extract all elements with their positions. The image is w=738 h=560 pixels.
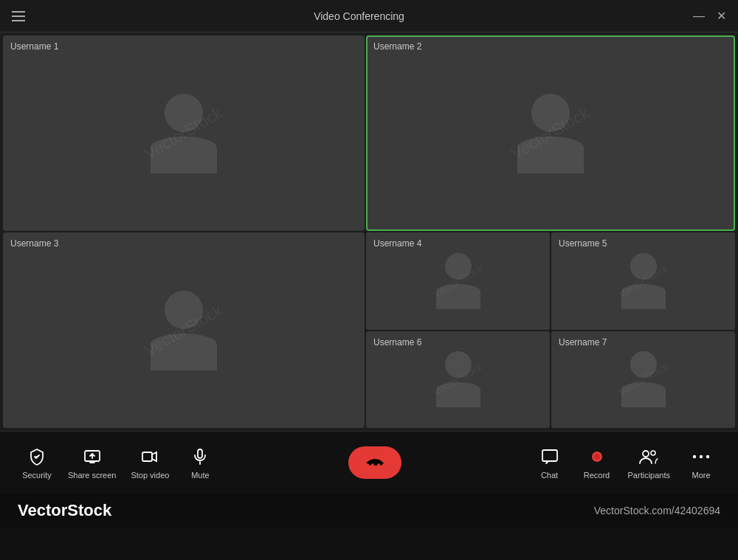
avatar-5 [621,253,666,309]
avatar-body-3 [151,333,217,370]
username-label-6: Username 6 [373,337,421,348]
participants-icon [638,446,659,467]
svg-rect-1 [142,452,152,461]
record-icon [587,446,607,467]
avatar-head-7 [630,351,657,378]
username-label-2: Username 2 [373,41,421,52]
share-screen-label: Share screen [68,471,116,480]
toolbar-left-group: Security Share screen Stop video [15,442,222,484]
brand-right: VectorStock.com/42402694 [594,505,720,516]
small-grid: Username 4 VectorStock Username 5 Vector… [366,232,735,428]
mute-button[interactable]: Mute [178,442,222,484]
avatar-head-4 [445,253,472,280]
right-column: Username 2 VectorStock Username 4 Vector… [366,35,735,428]
video-cell-user2[interactable]: Username 2 VectorStock [366,35,735,231]
chat-button[interactable]: Chat [528,442,572,484]
username-label-3: Username 3 [10,238,58,249]
stop-video-button[interactable]: Stop video [125,442,175,484]
video-cell-user6[interactable]: Username 6 VectorStock [366,331,550,429]
chat-label: Chat [541,471,558,480]
titlebar: Video Conferencing — ✕ [0,0,738,32]
username-label-5: Username 5 [559,238,607,249]
titlebar-controls: — ✕ [693,9,726,23]
svg-rect-3 [542,450,557,461]
record-button[interactable]: Record [575,442,619,484]
more-icon [691,446,711,467]
participants-button[interactable]: Participants [622,442,676,484]
left-column: Username 1 VectorStock Username 3 Vector… [3,35,365,428]
stop-video-label: Stop video [131,471,169,480]
svg-point-5 [594,454,600,460]
record-label: Record [584,471,610,480]
avatar-1 [151,94,217,173]
avatar-head-1 [165,94,203,132]
video-cell-user7[interactable]: Username 7 VectorStock [551,331,735,429]
minimize-button[interactable]: — [693,10,705,23]
avatar-head-3 [165,291,203,329]
menu-icon[interactable] [12,11,25,21]
avatar-head-5 [630,253,657,280]
stop-video-icon [139,446,160,467]
bottom-strip: VectorStock VectorStock.com/42402694 [0,494,738,528]
avatar-head-2 [531,94,570,132]
more-label: More [692,471,710,480]
end-call-button[interactable] [348,446,401,479]
svg-point-7 [651,451,655,455]
svg-point-8 [693,454,696,457]
share-screen-icon [82,446,103,467]
video-cell-user5[interactable]: Username 5 VectorStock [551,232,735,330]
avatar-body-7 [621,382,666,407]
mute-label: Mute [191,471,209,480]
video-cell-user1[interactable]: Username 1 VectorStock [3,35,365,231]
avatar-body-6 [436,382,480,407]
avatar-body-1 [151,136,217,173]
username-label-4: Username 4 [373,238,421,249]
titlebar-left [12,11,25,21]
svg-rect-2 [198,449,202,458]
avatar-body-4 [436,284,480,309]
username-label-1: Username 1 [10,41,58,52]
video-grid: Username 1 VectorStock Username 3 Vector… [0,32,738,431]
svg-point-9 [700,454,703,457]
svg-point-6 [643,451,649,457]
participants-label: Participants [628,471,670,480]
chat-icon [539,446,560,467]
security-button[interactable]: Security [15,442,59,484]
video-cell-user4[interactable]: Username 4 VectorStock [366,232,550,330]
svg-point-10 [706,454,709,457]
mute-icon [190,446,210,467]
security-label: Security [22,471,52,480]
titlebar-title: Video Conferencing [314,10,404,22]
avatar-head-6 [445,351,472,378]
video-cell-user3[interactable]: Username 3 VectorStock [3,232,365,428]
close-button[interactable]: ✕ [717,9,726,23]
toolbar: Security Share screen Stop video [0,431,738,494]
avatar-2 [517,94,584,173]
avatar-body-5 [621,284,666,309]
brand-left: VectorStock [18,501,111,520]
avatar-3 [151,291,217,370]
security-icon [27,446,47,467]
more-button[interactable]: More [679,442,723,484]
avatar-7 [621,351,666,407]
avatar-6 [436,351,480,407]
avatar-4 [436,253,480,309]
toolbar-right-group: Chat Record Participants [528,442,723,484]
share-screen-button[interactable]: Share screen [62,442,122,484]
avatar-body-2 [517,136,584,173]
username-label-7: Username 7 [559,337,607,348]
